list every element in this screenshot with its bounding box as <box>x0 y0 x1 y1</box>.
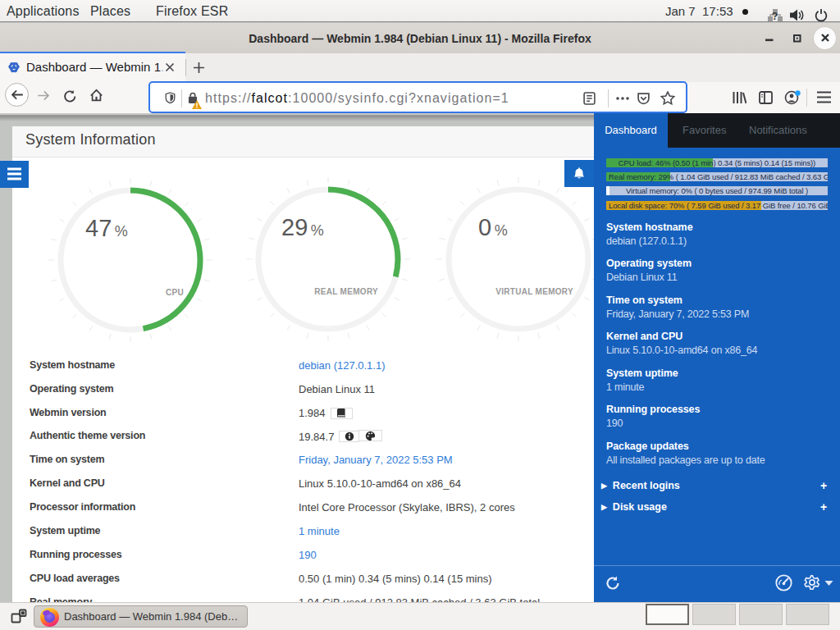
svg-text:?: ? <box>772 11 778 22</box>
